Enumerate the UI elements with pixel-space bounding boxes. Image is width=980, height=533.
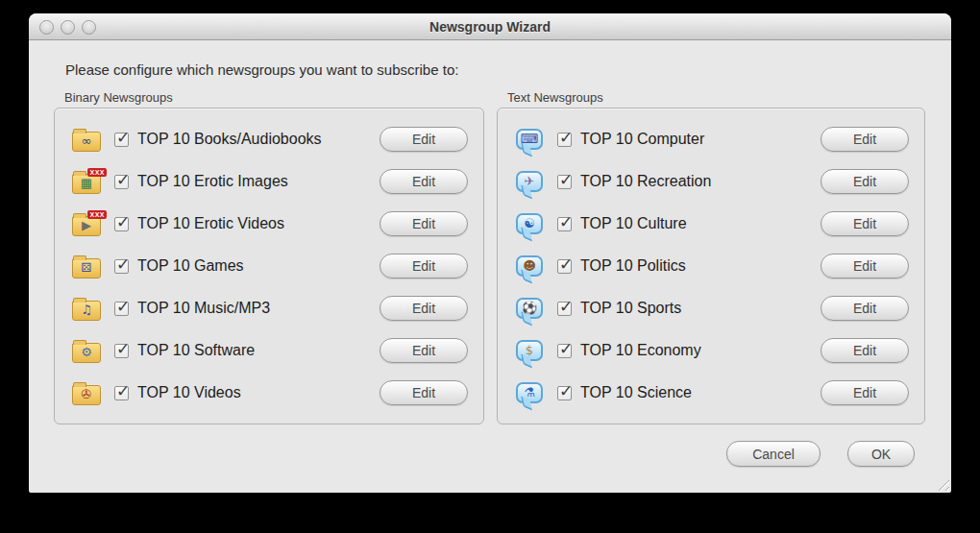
edit-button[interactable]: Edit — [380, 169, 468, 194]
newsgroup-checkbox[interactable] — [114, 259, 129, 274]
newsgroup-row: ✈ TOP 10 Recreation Edit — [513, 160, 909, 203]
newsgroup-wizard-window: Newsgroup Wizard Please configure which … — [29, 13, 951, 493]
newsgroup-row: ▦ XXX TOP 10 Erotic Images Edit — [70, 160, 468, 203]
newsgroup-checkbox[interactable] — [114, 302, 129, 316]
newsgroup-label: TOP 10 Computer — [580, 131, 704, 148]
economy-bubble-icon: $ — [516, 340, 543, 361]
window-title: Newsgroup Wizard — [29, 19, 951, 35]
newsgroup-row: ♫ TOP 10 Music/MP3 Edit — [70, 287, 468, 329]
ok-button[interactable]: OK — [847, 441, 915, 467]
newsgroup-label: TOP 10 Erotic Images — [137, 173, 288, 190]
newsgroup-row: ∞ TOP 10 Books/Audiobooks Edit — [70, 118, 468, 160]
edit-button[interactable]: Edit — [380, 127, 468, 152]
newsgroup-label: TOP 10 Books/Audiobooks — [137, 131, 322, 148]
edit-button[interactable]: Edit — [821, 380, 909, 405]
newsgroup-label: TOP 10 Culture — [580, 215, 687, 232]
text-newsgroups-group: Text Newsgroups ⌨ TOP 10 Computer Edit ✈… — [497, 108, 925, 424]
recreation-bubble-icon: ✈ — [516, 171, 543, 192]
dialog-buttons: Cancel OK — [726, 441, 915, 467]
newsgroup-checkbox[interactable] — [557, 133, 572, 147]
edit-button[interactable]: Edit — [380, 380, 468, 405]
software-folder-icon: ⚙ — [72, 343, 101, 363]
newsgroup-row: ⚙ TOP 10 Software Edit — [70, 329, 468, 372]
newsgroup-checkbox[interactable] — [557, 175, 572, 189]
instruction-text: Please configure which newsgroups you wa… — [65, 61, 458, 78]
sports-bubble-icon: ⚽ — [516, 298, 543, 319]
newsgroup-label: TOP 10 Videos — [137, 384, 241, 401]
newsgroup-row: ☯ TOP 10 Culture Edit — [513, 203, 909, 245]
cancel-button[interactable]: Cancel — [726, 441, 821, 467]
newsgroup-label: TOP 10 Music/MP3 — [137, 300, 270, 317]
newsgroup-row: ⌨ TOP 10 Computer Edit — [513, 118, 909, 160]
newsgroup-checkbox[interactable] — [114, 175, 129, 189]
binary-newsgroups-group: Binary Newsgroups ∞ TOP 10 Books/Audiobo… — [54, 108, 484, 424]
videos-folder-icon: ✇ — [72, 385, 101, 405]
culture-bubble-icon: ☯ — [516, 213, 543, 234]
science-bubble-icon: ⚗ — [516, 382, 543, 403]
newsgroup-row: ⚗ TOP 10 Science Edit — [513, 372, 909, 414]
newsgroup-label: TOP 10 Software — [137, 342, 255, 359]
politics-bubble-icon: ☻ — [516, 255, 543, 277]
newsgroup-checkbox[interactable] — [557, 217, 572, 231]
binary-newsgroups-label: Binary Newsgroups — [64, 90, 173, 105]
newsgroup-label: TOP 10 Recreation — [580, 173, 711, 190]
music-folder-icon: ♫ — [72, 301, 101, 321]
newsgroup-row: ⚄ TOP 10 Games Edit — [70, 245, 468, 287]
newsgroup-checkbox[interactable] — [114, 344, 129, 358]
erotic-videos-folder-icon: ▶ — [72, 216, 101, 236]
edit-button[interactable]: Edit — [821, 211, 909, 236]
zoom-button[interactable] — [82, 20, 96, 35]
newsgroup-checkbox[interactable] — [114, 217, 129, 231]
xxx-badge: XXX — [87, 168, 107, 177]
edit-button[interactable]: Edit — [821, 127, 909, 152]
edit-button[interactable]: Edit — [821, 338, 909, 363]
newsgroup-row: ✇ TOP 10 Videos Edit — [70, 372, 468, 414]
xxx-badge: XXX — [87, 210, 107, 219]
newsgroup-checkbox[interactable] — [114, 386, 129, 400]
books-folder-icon: ∞ — [72, 132, 101, 152]
newsgroup-checkbox[interactable] — [557, 386, 572, 400]
edit-button[interactable]: Edit — [380, 296, 468, 321]
edit-button[interactable]: Edit — [821, 254, 909, 279]
computer-bubble-icon: ⌨ — [516, 129, 543, 150]
newsgroup-row: $ TOP 10 Economy Edit — [513, 329, 909, 372]
erotic-images-folder-icon: ▦ — [72, 174, 101, 194]
newsgroup-label: TOP 10 Erotic Videos — [137, 215, 284, 232]
window-controls — [39, 20, 96, 35]
minimize-button[interactable] — [61, 20, 75, 35]
text-newsgroups-label: Text Newsgroups — [507, 90, 603, 105]
edit-button[interactable]: Edit — [380, 254, 468, 279]
newsgroup-label: TOP 10 Sports — [580, 300, 681, 317]
newsgroup-row: ⚽ TOP 10 Sports Edit — [513, 287, 909, 329]
close-button[interactable] — [39, 20, 54, 35]
newsgroup-row: ☻ TOP 10 Politics Edit — [513, 245, 909, 287]
resize-grip-icon[interactable] — [935, 476, 949, 491]
games-folder-icon: ⚄ — [72, 258, 101, 279]
newsgroup-checkbox[interactable] — [557, 344, 572, 358]
newsgroup-label: TOP 10 Politics — [580, 257, 686, 275]
newsgroup-label: TOP 10 Games — [137, 257, 244, 275]
edit-button[interactable]: Edit — [380, 211, 468, 236]
newsgroup-row: ▶ XXX TOP 10 Erotic Videos Edit — [70, 203, 468, 245]
edit-button[interactable]: Edit — [380, 338, 468, 363]
newsgroup-label: TOP 10 Economy — [580, 342, 701, 359]
newsgroup-checkbox[interactable] — [557, 259, 572, 274]
edit-button[interactable]: Edit — [821, 169, 909, 194]
newsgroup-label: TOP 10 Science — [580, 384, 692, 401]
newsgroup-checkbox[interactable] — [557, 302, 572, 316]
newsgroup-checkbox[interactable] — [114, 133, 129, 147]
titlebar[interactable]: Newsgroup Wizard — [29, 13, 951, 40]
edit-button[interactable]: Edit — [821, 296, 909, 321]
